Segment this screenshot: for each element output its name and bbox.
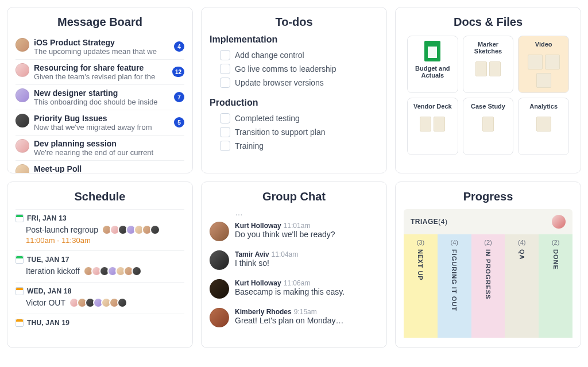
doc-label: Marker Sketches — [466, 41, 511, 55]
chat-row[interactable]: Kurt Holloway11:01am Do you think we'll … — [210, 217, 378, 246]
chat-list: … Kurt Holloway11:01am Do you think we'l… — [210, 209, 378, 332]
avatar-icon — [210, 250, 229, 270]
chat-text: I think so! — [235, 258, 298, 268]
chat-author: Kurt Holloway — [235, 222, 281, 230]
message-row[interactable]: New designer starting This onboarding do… — [16, 84, 184, 110]
chat-card[interactable]: Group Chat … Kurt Holloway11:01am Do you… — [201, 181, 387, 348]
avatar-icon — [16, 114, 29, 128]
thumbnails-icon — [536, 117, 551, 132]
lane-figuring[interactable]: (4)FIGURING IT OUT — [438, 234, 471, 338]
message-row[interactable]: Meet-up Poll — [16, 160, 184, 173]
count-badge: 7 — [174, 92, 184, 102]
lane-count: (4) — [518, 239, 525, 246]
lane-label: DONE — [552, 249, 559, 270]
doc-tile-analytics[interactable]: Analytics — [518, 98, 569, 155]
todo-item[interactable]: Completed testing — [210, 111, 378, 125]
message-title: iOS Product Strategy — [34, 38, 169, 47]
schedule-date: WED, JAN 18 — [27, 287, 72, 295]
checkbox-icon[interactable] — [220, 141, 230, 151]
chat-author: Kurt Holloway — [235, 279, 281, 287]
docs-grid: Budget and Actuals Marker Sketches Video… — [404, 34, 572, 155]
doc-tile-casestudy[interactable]: Case Study — [463, 98, 514, 155]
schedule-card[interactable]: Schedule FRI, JAN 13 Post-launch regroup… — [7, 181, 193, 348]
chat-author: Kimberly Rhodes — [235, 308, 292, 316]
message-board-card[interactable]: Message Board iOS Product Strategy The u… — [7, 7, 193, 173]
spreadsheet-icon — [424, 41, 440, 61]
checkbox-icon[interactable] — [220, 127, 230, 137]
chat-row[interactable]: Kurt Holloway11:06am Basecamp is making … — [210, 275, 378, 303]
thumbnails-icon — [420, 117, 445, 132]
progress-lanes: (3)NEXT UP (4)FIGURING IT OUT (2)IN PROG… — [404, 234, 572, 338]
lane-in-progress[interactable]: (2)IN PROGRESS — [471, 234, 505, 338]
todo-item[interactable]: Transition to support plan — [210, 125, 378, 139]
schedule-block[interactable]: TUE, JAN 17 Iteration kickoff — [16, 250, 184, 282]
chat-time: 9:15am — [294, 308, 317, 316]
message-title: Meet-up Poll — [34, 164, 184, 173]
schedule-event: Iteration kickoff — [26, 266, 80, 276]
count-badge: 4 — [174, 41, 184, 52]
todo-label: Completed testing — [235, 114, 300, 123]
doc-tile-sketches[interactable]: Marker Sketches — [463, 36, 514, 93]
thumbnails-icon — [475, 61, 501, 76]
lane-done[interactable]: (2)DONE — [539, 234, 572, 338]
todo-item[interactable]: Training — [210, 139, 378, 153]
checkbox-icon[interactable] — [220, 50, 230, 60]
lane-qa[interactable]: (4)QA — [505, 234, 539, 338]
doc-label: Budget and Actuals — [410, 65, 455, 79]
doc-tile-budget[interactable]: Budget and Actuals — [407, 36, 458, 93]
schedule-date: TUE, JAN 17 — [27, 256, 69, 264]
todo-item[interactable]: Update browser versions — [210, 76, 378, 90]
schedule-date: THU, JAN 19 — [27, 319, 69, 327]
message-title: Dev planning session — [34, 139, 184, 148]
doc-tile-vendor[interactable]: Vendor Deck — [407, 98, 458, 155]
message-row[interactable]: Resourcing for share feature Given the t… — [16, 59, 184, 84]
lane-count: (2) — [552, 239, 559, 246]
count-badge: 12 — [172, 67, 184, 77]
message-row[interactable]: Priority Bug Issues Now that we've migra… — [16, 110, 184, 135]
checkbox-icon[interactable] — [220, 78, 230, 88]
chat-text: Do you think we'll be ready? — [235, 230, 335, 239]
chat-time: 11:04am — [272, 250, 299, 258]
message-row[interactable]: iOS Product Strategy The upcoming update… — [16, 34, 184, 59]
message-sub: This onboarding doc should be inside — [34, 98, 169, 106]
avatar-icon — [210, 222, 229, 241]
lane-label: QA — [519, 249, 525, 260]
schedule-block[interactable]: FRI, JAN 13 Post-launch regroup 11:00am … — [16, 209, 184, 250]
schedule-block[interactable]: WED, JAN 18 Victor OUT — [16, 282, 184, 314]
checkbox-icon[interactable] — [220, 64, 230, 74]
todos-card[interactable]: To-dos Implementation Add change control… — [201, 7, 387, 173]
schedule-date: FRI, JAN 13 — [27, 214, 67, 222]
lane-next-up[interactable]: (3)NEXT UP — [404, 234, 438, 338]
chat-row[interactable]: Kimberly Rhodes9:15am Great! Let's plan … — [210, 303, 378, 332]
chat-row[interactable]: Tamir Aviv11:04am I think so! — [210, 246, 378, 275]
doc-tile-video[interactable]: Video — [518, 36, 569, 93]
todo-item[interactable]: Go live comms to leadership — [210, 62, 378, 76]
message-title: Resourcing for share feature — [34, 63, 168, 72]
avatar-icon — [16, 164, 29, 173]
schedule-block[interactable]: THU, JAN 19 — [16, 314, 184, 333]
message-row[interactable]: Dev planning session We're nearing the e… — [16, 135, 184, 160]
avatar-icon — [16, 63, 29, 77]
triage-bar[interactable]: TRIAGE(4) — [404, 209, 572, 234]
calendar-icon — [16, 287, 24, 295]
chat-time: 11:06am — [284, 279, 311, 287]
schedule-event: Post-launch regroup — [26, 225, 98, 234]
docs-card[interactable]: Docs & Files Budget and Actuals Marker S… — [395, 7, 581, 173]
thumbnails-icon — [521, 55, 566, 88]
todo-section-title: Production — [210, 98, 378, 108]
triage-label: TRIAGE — [411, 218, 438, 226]
message-title: New designer starting — [34, 88, 169, 98]
message-list: iOS Product Strategy The upcoming update… — [16, 34, 184, 173]
todo-section-title: Implementation — [210, 34, 378, 45]
avatar-icon — [210, 279, 229, 299]
todo-label: Update browser versions — [235, 78, 324, 87]
todo-item[interactable]: Add change control — [210, 48, 378, 62]
doc-label: Analytics — [529, 103, 558, 110]
chat-text: Great! Let's plan on Monday… — [235, 316, 343, 325]
lane-label: NEXT UP — [417, 249, 424, 281]
calendar-icon — [16, 214, 24, 222]
attendees-icon — [69, 298, 127, 308]
progress-card[interactable]: Progress TRIAGE(4) (3)NEXT UP (4)FIGURIN… — [395, 181, 581, 348]
checkbox-icon[interactable] — [220, 113, 230, 123]
lane-label: FIGURING IT OUT — [451, 249, 458, 311]
